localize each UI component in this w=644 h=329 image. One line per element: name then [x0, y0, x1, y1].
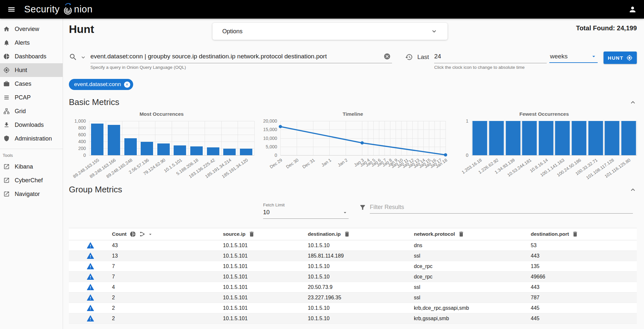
- crosshair-icon: [626, 55, 633, 61]
- tools-header: Tools: [0, 151, 63, 160]
- options-panel[interactable]: Options: [212, 23, 448, 40]
- cell-source.ip: 10.1.5.101: [223, 305, 308, 311]
- bell-icon: [3, 39, 10, 46]
- main-content: Hunt Options Total Found: 24,199 Specify…: [63, 19, 644, 329]
- bar: [157, 143, 170, 155]
- options-label: Options: [222, 28, 243, 35]
- collapse-group-icon[interactable]: [629, 186, 637, 194]
- onion-logo-icon: [62, 2, 74, 17]
- cell-destination.ip: 10.1.5.10: [308, 263, 414, 269]
- delete-column-icon[interactable]: [344, 231, 350, 237]
- sidebar-item-label: CyberChef: [15, 177, 43, 184]
- time-unit-select[interactable]: weeks: [549, 52, 598, 63]
- chart-x-labels: Dec 29Dec 30Dec 31Jan 1Jan 2Jan 3Jan 4Ja…: [280, 155, 446, 183]
- remove-filter-icon[interactable]: [124, 82, 130, 88]
- pie-icon: [3, 53, 10, 60]
- chart-y-axis: 1,0008006004002000: [69, 121, 89, 155]
- cell-destination.port: 53: [531, 243, 637, 248]
- warning-triangle-icon[interactable]: [87, 294, 94, 301]
- caret-down-icon: [590, 53, 597, 60]
- clear-query-icon[interactable]: [384, 53, 391, 60]
- cell-Count: 2: [112, 295, 223, 301]
- app-logo: Security nion: [24, 2, 93, 17]
- sidebar-item-label: Kibana: [15, 163, 33, 170]
- chart-plot: [89, 121, 254, 155]
- table-row: 710.1.5.10110.1.5.10dce_rpc49666: [69, 272, 637, 282]
- total-found: Total Found: 24,199: [576, 24, 637, 32]
- filter-chip[interactable]: event.dataset:conn: [69, 79, 133, 90]
- sidebar-item-grid[interactable]: Grid: [0, 104, 63, 118]
- cell-Count: 2: [112, 305, 223, 311]
- delete-column-icon[interactable]: [248, 231, 255, 237]
- bar: [588, 121, 603, 155]
- warning-triangle-icon[interactable]: [87, 273, 94, 280]
- cell-destination.ip: 185.81.114.189: [308, 253, 414, 259]
- lan-icon: [3, 108, 10, 114]
- cell-network.protocol: dns: [414, 243, 531, 248]
- warning-triangle-icon[interactable]: [87, 242, 94, 249]
- bar: [91, 124, 103, 155]
- clock-history-icon[interactable]: [405, 53, 413, 61]
- cell-source.ip: 10.1.5.101: [223, 284, 308, 290]
- hunt-button[interactable]: HUNT: [604, 52, 637, 64]
- groupby-chart-options-icon[interactable]: [139, 231, 146, 237]
- caret-down-icon[interactable]: [148, 232, 153, 237]
- table-row: 210.1.5.10110.1.5.10krb,gssapi,smb445: [69, 313, 637, 324]
- time-prefix-label: Last: [417, 53, 429, 61]
- query-input[interactable]: [90, 52, 392, 63]
- sidebar-item-hunt[interactable]: Hunt: [0, 63, 63, 77]
- fetch-limit-select[interactable]: Fetch Limit 10: [263, 202, 349, 219]
- cell-network.protocol: ssl: [414, 295, 531, 301]
- table-row: 710.1.5.10110.1.5.10dce_rpc135: [69, 261, 637, 272]
- account-icon[interactable]: [628, 5, 637, 14]
- time-hint: Click the clock icon to change to absolu…: [434, 65, 547, 70]
- collapse-basic-icon[interactable]: [629, 98, 637, 106]
- chart-timeline: Timeline20,00015,00010,0005,0000Dec 29De…: [260, 111, 446, 183]
- bar: [207, 147, 219, 155]
- cell-Count: 7: [112, 263, 223, 269]
- fetch-limit-value: 10: [263, 209, 270, 216]
- cell-source.ip: 10.1.5.101: [223, 253, 308, 259]
- filter-chip-row: event.dataset:conn: [69, 79, 637, 90]
- sidebar-item-overview[interactable]: Overview: [0, 22, 63, 36]
- query-dropdown-caret-icon[interactable]: [80, 54, 86, 61]
- cell-network.protocol: ssl: [414, 284, 531, 290]
- charts-row: Most Occurrences1,000800600400200089.248…: [69, 111, 637, 183]
- shield-icon: [3, 135, 10, 142]
- basic-metrics-heading: Basic Metrics: [69, 97, 119, 107]
- time-value-input[interactable]: [434, 52, 547, 63]
- warning-triangle-icon[interactable]: [87, 284, 94, 291]
- sidebar-item-downloads[interactable]: Downloads: [0, 118, 63, 132]
- bar: [473, 121, 487, 155]
- chart-title: Most Occurrences: [69, 111, 254, 117]
- sidebar-item-pcap[interactable]: PCAP: [0, 91, 63, 104]
- sidebar-item-dashboards[interactable]: Dashboards: [0, 50, 63, 63]
- delete-column-icon[interactable]: [572, 231, 578, 237]
- cell-Count: 13: [112, 253, 223, 259]
- warning-triangle-icon[interactable]: [87, 263, 94, 270]
- filter-results-input[interactable]: [370, 202, 633, 214]
- cell-source.ip: 10.1.5.101: [223, 274, 308, 280]
- time-value-field: Click the clock icon to change to absolu…: [434, 52, 547, 70]
- chart-title: Fewest Occurrences: [451, 111, 637, 117]
- warning-triangle-icon[interactable]: [87, 315, 94, 322]
- sidebar-item-alerts[interactable]: Alerts: [0, 36, 63, 50]
- external-icon: [3, 177, 10, 184]
- top-row: Hunt Options Total Found: 24,199: [69, 23, 637, 44]
- pie-chart-toggle-icon[interactable]: [130, 231, 136, 237]
- sidebar-item-cases[interactable]: Cases: [0, 77, 63, 91]
- sidebar-item-label: Hunt: [15, 67, 27, 74]
- bar: [108, 125, 120, 155]
- menu-icon[interactable]: [7, 5, 16, 14]
- sidebar-item-administration[interactable]: Administration: [0, 132, 63, 145]
- warning-triangle-icon[interactable]: [87, 252, 94, 260]
- sidebar-item-navigator[interactable]: Navigator: [0, 187, 63, 201]
- sidebar-item-cyberchef[interactable]: CyberChef: [0, 173, 63, 187]
- external-icon: [3, 163, 10, 170]
- delete-column-icon[interactable]: [458, 231, 464, 237]
- cell-Count: 2: [112, 316, 223, 322]
- fetch-limit-label: Fetch Limit: [263, 202, 349, 207]
- warning-triangle-icon[interactable]: [87, 305, 94, 312]
- sidebar-item-kibana[interactable]: Kibana: [0, 160, 63, 173]
- timeline-line: [280, 121, 446, 155]
